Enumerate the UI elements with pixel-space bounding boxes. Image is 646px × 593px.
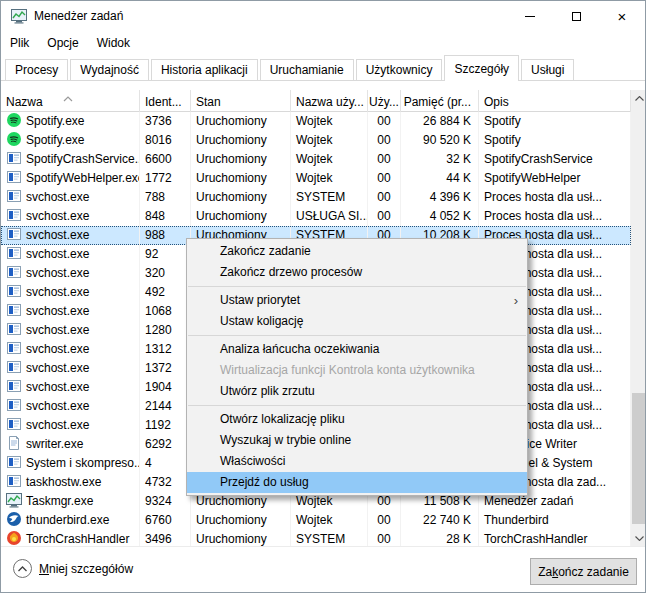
tab-services[interactable]: Usługi (521, 59, 574, 80)
column-header-status[interactable]: Stan (191, 90, 291, 112)
context-menu-item[interactable]: Wyszukaj w trybie online (187, 430, 527, 451)
cell-pid: 6760 (140, 511, 191, 530)
column-header-memory[interactable]: Pamięć (pr... (401, 90, 479, 112)
maximize-icon (572, 12, 581, 21)
cell-pid: 6292 (140, 435, 191, 454)
menu-file[interactable]: Plik (1, 33, 38, 53)
table-row[interactable]: svchost.exe788UruchomionySYSTEM004 396 K… (1, 188, 631, 207)
context-menu-item[interactable]: Utwórz plik zrzutu (187, 381, 527, 402)
context-menu-item[interactable]: Otwórz lokalizację pliku (187, 409, 527, 430)
exe-icon (6, 188, 22, 204)
table-row[interactable]: svchost.exe848UruchomionyUSŁUGA SI...004… (1, 207, 631, 226)
column-header-cpu[interactable]: Uży... (368, 90, 401, 112)
tab-startup[interactable]: Uruchamianie (260, 59, 354, 80)
process-name: svchost.exe (26, 418, 89, 432)
window-title: Menedżer zadań (34, 9, 123, 23)
exe-icon (6, 359, 22, 375)
cell-name: svchost.exe (1, 283, 140, 302)
menu-item-label: Ustaw koligację (220, 314, 303, 328)
table-row[interactable]: thunderbird.exe6760UruchomionyWojtek0022… (1, 511, 631, 530)
scrollbar-thumb[interactable] (632, 393, 646, 524)
cell-pid: 6600 (140, 150, 191, 169)
menu-item-label: Zakończ drzewo procesów (220, 265, 362, 279)
menu-item-label: Przejdź do usług (220, 475, 309, 489)
cell-name: svchost.exe (1, 226, 140, 245)
context-menu-item[interactable]: Wirtualizacja funkcji Kontrola konta uży… (187, 360, 527, 381)
column-header-user[interactable]: Nazwa uży... (291, 90, 368, 112)
cell-pid: 3496 (140, 530, 191, 546)
context-menu-item[interactable]: Ustaw priorytet› (187, 290, 527, 311)
process-name: Spotify.exe (26, 114, 84, 128)
cell-state: Uruchomiony (191, 207, 291, 226)
tab-performance[interactable]: Wydajność (70, 59, 149, 80)
context-menu-item[interactable]: Właściwości (187, 451, 527, 472)
process-name: taskhostw.exe (26, 475, 101, 489)
cell-mem: 28 K (401, 530, 479, 546)
table-row[interactable]: Spotify.exe3736UruchomionyWojtek0026 884… (1, 112, 631, 131)
table-row[interactable]: TorchCrashHandler3496UruchomionySYSTEM00… (1, 530, 631, 546)
cell-state: Uruchomiony (191, 131, 291, 150)
cell-mem: 22 740 K (401, 511, 479, 530)
cell-name: System i skompreso... (1, 454, 140, 473)
cell-name: TorchCrashHandler (1, 530, 140, 546)
context-menu-item[interactable]: Zakończ drzewo procesów (187, 262, 527, 283)
title-bar: Menedżer zadań × (1, 1, 645, 31)
table-row[interactable]: SpotifyCrashService....6600UruchomionyWo… (1, 150, 631, 169)
process-name: thunderbird.exe (26, 513, 109, 527)
context-menu-item[interactable]: Ustaw koligację (187, 311, 527, 332)
exe-icon (6, 169, 22, 185)
cell-name: svchost.exe (1, 359, 140, 378)
cell-user: USŁUGA SI... (291, 207, 368, 226)
maximize-button[interactable] (553, 1, 599, 31)
exe-icon (6, 454, 22, 470)
cell-pid: 848 (140, 207, 191, 226)
menu-item-label: Ustaw priorytet (220, 293, 300, 307)
taskmgr-icon (6, 492, 22, 508)
process-name: Taskmgr.exe (26, 494, 93, 508)
menu-view[interactable]: Widok (88, 33, 139, 53)
process-name: svchost.exe (26, 304, 89, 318)
less-details-toggle[interactable]: Mniej szczegółów (13, 559, 133, 578)
tab-processes[interactable]: Procesy (5, 59, 68, 80)
column-header-pid[interactable]: Ident... (140, 90, 191, 112)
cell-desc: TorchCrashHandler (479, 530, 631, 546)
scroll-up-button[interactable] (631, 90, 646, 107)
minimize-button[interactable] (507, 1, 553, 31)
context-menu-item[interactable]: Analiza łańcucha oczekiwania (187, 339, 527, 360)
menu-item-label: Analiza łańcucha oczekiwania (220, 342, 379, 356)
vertical-scrollbar[interactable] (631, 90, 646, 547)
exe-icon (6, 302, 22, 318)
table-row[interactable]: SpotifyWebHelper.exe1772UruchomionyWojte… (1, 169, 631, 188)
process-name: svchost.exe (26, 361, 89, 375)
context-menu-item[interactable]: Zakończ zadanie (187, 241, 527, 262)
close-button[interactable]: × (599, 1, 645, 31)
cell-user: Wojtek (291, 112, 368, 131)
tab-app-history[interactable]: Historia aplikacji (151, 59, 258, 80)
column-header-description[interactable]: Opis (479, 90, 631, 112)
menu-options[interactable]: Opcje (38, 33, 87, 53)
minimize-icon (525, 16, 535, 17)
exe-icon (6, 264, 22, 280)
sort-ascending-icon (63, 91, 73, 97)
end-task-label: Zakończ zadanie (538, 565, 629, 579)
cell-mem: 26 884 K (401, 112, 479, 131)
tab-users[interactable]: Użytkownicy (356, 59, 443, 80)
submenu-arrow-icon: › (514, 290, 518, 311)
end-task-button[interactable]: Zakończ zadanie (530, 558, 637, 585)
table-header: Nazwa Ident... Stan Nazwa uży... Uży... … (1, 90, 631, 112)
process-name: svchost.exe (26, 209, 89, 223)
menu-separator (188, 286, 526, 287)
cell-name: svchost.exe (1, 416, 140, 435)
cell-cpu: 00 (368, 112, 401, 131)
table-row[interactable]: Spotify.exe8016UruchomionyWojtek0090 520… (1, 131, 631, 150)
cell-name: svchost.exe (1, 340, 140, 359)
scroll-down-button[interactable] (631, 530, 646, 547)
exe-icon (6, 283, 22, 299)
tab-details[interactable]: Szczegóły (444, 55, 519, 81)
cell-desc: Thunderbird (479, 511, 631, 530)
cell-state: Uruchomiony (191, 188, 291, 207)
cell-pid: 320 (140, 264, 191, 283)
process-name: System i skompreso... (26, 456, 140, 470)
context-menu-item[interactable]: Przejdź do usług (187, 472, 527, 493)
exe-icon (6, 397, 22, 413)
